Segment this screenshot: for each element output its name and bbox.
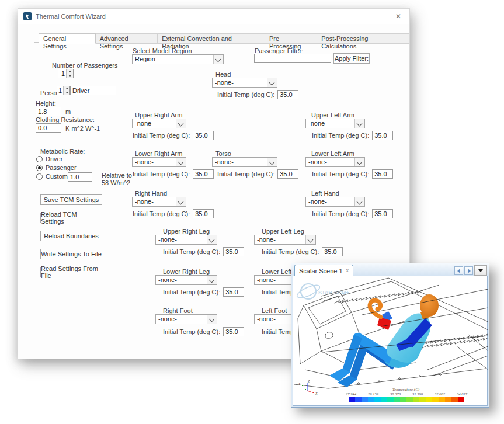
read-settings-from-file-button[interactable]: Read Settings From File bbox=[40, 267, 102, 277]
upper-left-leg-temp-label: Initial Temp (deg C): bbox=[262, 248, 319, 255]
upper-right-arm-label: Upper Right Arm bbox=[135, 112, 182, 119]
chevron-down-icon bbox=[357, 159, 363, 165]
passenger-count-stepper[interactable]: 1 bbox=[58, 69, 74, 78]
head-temp-input[interactable] bbox=[277, 90, 298, 99]
radio-selected-icon[interactable] bbox=[36, 165, 43, 171]
svg-text:31.588: 31.588 bbox=[412, 392, 423, 396]
tab-pre-processing[interactable]: Pre Processing bbox=[265, 33, 317, 44]
model-region-select[interactable]: Region bbox=[132, 54, 224, 64]
metabolic-driver-option[interactable]: Driver bbox=[36, 155, 62, 162]
upper-right-leg-temp-input[interactable] bbox=[223, 247, 244, 256]
tab-post-processing-calculations[interactable]: Post-Processing Calculations bbox=[317, 33, 409, 44]
tab-general-settings[interactable]: General Settings bbox=[39, 33, 96, 44]
tab-external-convection-radiation[interactable]: External Convection and Radiation bbox=[158, 33, 265, 44]
save-tcm-settings-button[interactable]: Save TCM Settings bbox=[40, 194, 102, 205]
metabolic-driver-label: Driver bbox=[46, 155, 62, 162]
right-hand-label: Right Hand bbox=[135, 190, 167, 197]
upper-left-leg-temp-input[interactable] bbox=[322, 247, 343, 256]
metabolic-custom-option[interactable]: Custom: bbox=[36, 173, 69, 180]
upper-left-arm-select[interactable]: -none- bbox=[305, 119, 365, 128]
torso-temp-input[interactable] bbox=[277, 169, 298, 179]
reload-tcm-settings-button[interactable]: Reload TCM Settings bbox=[40, 213, 102, 223]
person-name-input[interactable] bbox=[70, 86, 116, 95]
upper-left-leg-select-button bbox=[305, 235, 315, 244]
lower-right-arm-select-button bbox=[176, 158, 186, 166]
right-hand-temp-input[interactable] bbox=[193, 209, 214, 218]
scene-tab-close-icon[interactable]: x bbox=[346, 268, 349, 273]
right-foot-temp-input[interactable] bbox=[223, 327, 244, 336]
stepper-up-icon[interactable] bbox=[67, 69, 73, 74]
prev-scene-arrow-icon[interactable] bbox=[454, 266, 463, 275]
close-icon[interactable]: ✕ bbox=[395, 12, 401, 20]
lower-left-arm-temp-input[interactable] bbox=[372, 169, 393, 179]
upper-left-leg-select[interactable]: -none- bbox=[254, 235, 316, 245]
left-hand-temp-row: Initial Temp (deg C): bbox=[312, 209, 393, 218]
right-hand-select-button bbox=[176, 197, 186, 206]
right-hand-select[interactable]: -none- bbox=[132, 197, 186, 207]
reload-boundaries-button[interactable]: Reload Boundaries bbox=[40, 231, 102, 241]
height-label: Height: bbox=[36, 100, 56, 107]
left-hand-temp-label: Initial Temp (deg C): bbox=[312, 210, 369, 217]
upper-left-arm-temp-input[interactable] bbox=[372, 131, 393, 140]
svg-text:27.944: 27.944 bbox=[346, 392, 357, 396]
person-index-stepper[interactable]: 1 bbox=[57, 86, 70, 95]
scene-viewport[interactable]: STAR-CCM+ bbox=[293, 276, 488, 406]
upper-right-leg-select[interactable]: -none- bbox=[155, 235, 217, 245]
lower-right-leg-select[interactable]: -none- bbox=[155, 275, 217, 285]
person-index-value: 1 bbox=[57, 86, 63, 95]
upper-right-leg-select-value: -none- bbox=[156, 235, 207, 244]
stepper-down-icon[interactable] bbox=[64, 91, 69, 95]
head-select[interactable]: -none- bbox=[212, 78, 277, 88]
desktop: Thermal Comfort Wizard ✕ General Setting… bbox=[0, 0, 504, 424]
lower-right-leg-temp-input[interactable] bbox=[223, 287, 244, 297]
upper-right-leg-temp-row: Initial Temp (deg C): bbox=[163, 247, 244, 256]
title-bar[interactable]: Thermal Comfort Wizard ✕ bbox=[18, 9, 409, 24]
lower-left-arm-select[interactable]: -none- bbox=[305, 157, 365, 167]
head-select-button bbox=[267, 78, 277, 87]
tab-advanced-settings[interactable]: Advanced Settings bbox=[96, 33, 158, 44]
chevron-down-icon bbox=[178, 199, 184, 205]
write-settings-to-file-button[interactable]: Write Settings To File bbox=[40, 249, 102, 259]
clothing-resistance-input[interactable] bbox=[36, 123, 61, 133]
stepper-down-icon[interactable] bbox=[67, 74, 73, 78]
chevron-down-icon bbox=[269, 80, 275, 86]
torso-select[interactable]: -none- bbox=[212, 157, 277, 167]
svg-text:30.373: 30.373 bbox=[390, 392, 401, 396]
lower-right-arm-select[interactable]: -none- bbox=[132, 157, 186, 167]
scalar-scene-window: Scalar Scene 1 x bbox=[291, 263, 489, 408]
window-title: Thermal Comfort Wizard bbox=[36, 13, 106, 20]
passenger-filter-input[interactable] bbox=[254, 54, 331, 63]
human-thermal-model bbox=[329, 294, 439, 387]
metabolic-passenger-label: Passenger bbox=[46, 164, 77, 171]
metabolic-custom-input[interactable] bbox=[68, 172, 92, 182]
height-input[interactable] bbox=[36, 107, 61, 116]
chevron-down-icon bbox=[269, 159, 275, 165]
svg-text:32.802: 32.802 bbox=[434, 392, 446, 396]
apply-filter-button[interactable]: Apply Filter: bbox=[333, 53, 370, 64]
left-hand-temp-input[interactable] bbox=[372, 209, 393, 218]
upper-right-leg-temp-label: Initial Temp (deg C): bbox=[163, 248, 220, 255]
metabolic-note-line1: Relative to bbox=[102, 172, 132, 179]
left-hand-select[interactable]: -none- bbox=[305, 197, 365, 207]
stepper-up-icon[interactable] bbox=[64, 86, 69, 91]
next-scene-arrow-icon[interactable] bbox=[464, 266, 473, 275]
right-foot-select[interactable]: -none- bbox=[155, 314, 217, 324]
upper-right-arm-temp-input[interactable] bbox=[193, 131, 214, 140]
cursor-icon bbox=[24, 13, 31, 20]
scene-tab[interactable]: Scalar Scene 1 x bbox=[294, 265, 353, 276]
lower-left-arm-select-button bbox=[354, 158, 364, 166]
metabolic-custom-label: Custom: bbox=[46, 173, 69, 180]
clothing-resistance-unit: K m^2 W^-1 bbox=[65, 125, 100, 132]
torso-select-button bbox=[267, 158, 277, 166]
scene-list-dropdown-icon[interactable] bbox=[474, 265, 487, 276]
lower-right-arm-temp-input[interactable] bbox=[193, 169, 214, 179]
upper-right-arm-select[interactable]: -none- bbox=[132, 119, 186, 128]
upper-left-leg-label: Upper Left Leg bbox=[262, 228, 304, 235]
lower-right-arm-label: Lower Right Arm bbox=[135, 150, 182, 157]
radio-icon[interactable] bbox=[36, 173, 43, 180]
right-hand-temp-row: Initial Temp (deg C): bbox=[133, 209, 214, 218]
lower-right-arm-temp-label: Initial Temp (deg C): bbox=[133, 171, 190, 178]
model-region-select-button bbox=[213, 55, 223, 64]
metabolic-passenger-option[interactable]: Passenger bbox=[36, 164, 77, 171]
radio-icon[interactable] bbox=[36, 156, 43, 162]
